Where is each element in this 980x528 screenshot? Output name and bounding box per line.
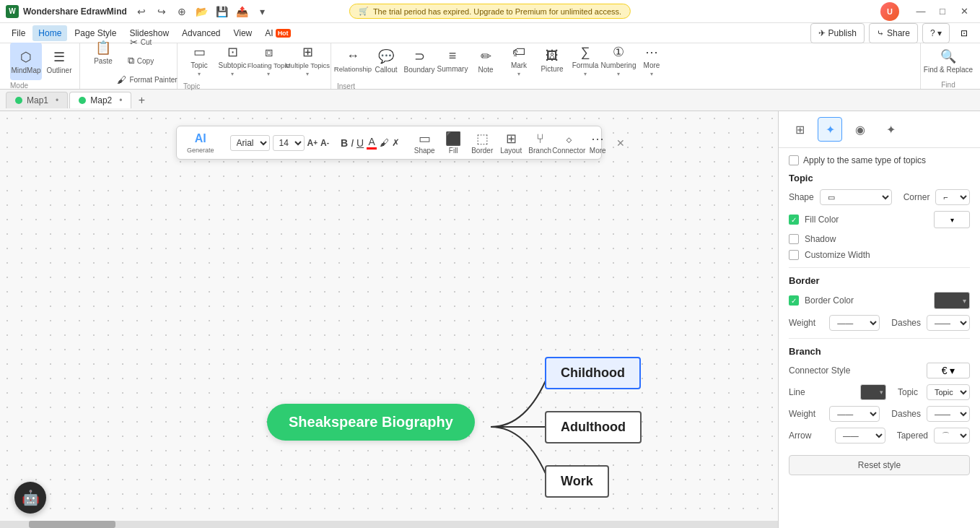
border-color-checkbox[interactable]: ✓ <box>789 295 799 306</box>
more-title-button[interactable]: ▾ <box>254 3 271 20</box>
menu-file[interactable]: File <box>6 25 31 41</box>
line-color-swatch[interactable]: ▾ <box>860 384 886 400</box>
h-scrollbar[interactable] <box>0 521 778 528</box>
map1-tab[interactable]: Map1 • <box>6 92 68 108</box>
new-button[interactable]: ⊕ <box>173 3 191 20</box>
note-button[interactable]: ✏ Note <box>470 42 502 79</box>
relationship-button[interactable]: ↔ Relationship <box>337 42 369 79</box>
layout-toggle-button[interactable]: ⊡ <box>954 23 974 43</box>
topic-button[interactable]: ▭ Topic ▾ <box>183 42 215 79</box>
panel-tab-star[interactable]: ✦ <box>878 117 903 142</box>
minimize-button[interactable]: — <box>911 4 931 20</box>
fill-tool-button[interactable]: ⬛ Fill <box>440 129 466 156</box>
corner-select[interactable]: ⌐ <box>935 189 970 205</box>
shape-tool-button[interactable]: ▭ Shape <box>411 129 437 156</box>
connector-style-icon[interactable]: € ▾ <box>927 363 970 378</box>
open-button[interactable]: 📂 <box>193 3 211 20</box>
boundary-button[interactable]: ⊃ Boundary <box>403 42 435 79</box>
arrow-select[interactable]: —— <box>835 428 885 443</box>
copy-button[interactable]: ⧉ Copy <box>122 52 159 69</box>
underline-button[interactable]: U <box>356 133 364 153</box>
ai-assistant-button[interactable]: 🤖 <box>14 482 46 514</box>
more-insert-button[interactable]: ⋯ More ▾ <box>636 42 668 79</box>
fill-color-checkbox[interactable]: ✓ <box>789 215 799 225</box>
close-button[interactable]: ✕ <box>954 4 974 20</box>
floating-topic-button[interactable]: ⧈ Floating Topic ▾ <box>250 42 287 79</box>
border-tool-button[interactable]: ⬚ Border <box>469 129 495 156</box>
user-avatar[interactable]: U <box>880 2 899 21</box>
reset-style-button[interactable]: Reset style <box>789 455 970 475</box>
weight2-select[interactable]: —— <box>829 406 880 422</box>
redo-button[interactable]: ↪ <box>153 3 170 20</box>
undo-button[interactable]: ↩ <box>133 3 150 20</box>
share-button[interactable]: ⤷ Share <box>869 23 918 43</box>
highlight-button[interactable]: 🖌 <box>380 133 389 153</box>
childhood-node[interactable]: Childhood <box>545 357 641 389</box>
fill-color-swatch[interactable]: ▾ <box>934 211 970 228</box>
adulthood-node[interactable]: Adulthood <box>545 411 642 443</box>
canvas[interactable]: AI Generate Arial 14 A+ A- B I U A 🖌 <box>0 111 778 528</box>
menu-advanced[interactable]: Advanced <box>176 25 226 41</box>
font-size-select[interactable]: 14 <box>273 135 305 151</box>
ai-generate-button[interactable]: AI Generate <box>183 131 219 155</box>
work-node[interactable]: Work <box>545 465 609 498</box>
h-scrollbar-thumb[interactable] <box>29 521 115 528</box>
fill-color-row: ✓ Fill Color ▾ <box>789 211 970 228</box>
mark-button[interactable]: 🏷 Mark ▾ <box>503 42 535 79</box>
save-button[interactable]: 💾 <box>214 3 231 20</box>
border-color-swatch[interactable]: ▾ <box>934 292 970 309</box>
layout-tool-button[interactable]: ⊞ Layout <box>498 129 524 156</box>
menu-view[interactable]: View <box>227 25 258 41</box>
connector-tool-button[interactable]: ⬦ Connector <box>556 130 582 156</box>
paste-button[interactable]: 📋 Paste <box>86 33 121 71</box>
font-select[interactable]: Arial <box>230 135 270 151</box>
dashes2-select[interactable]: —— <box>927 406 970 422</box>
menu-home[interactable]: Home <box>32 25 67 41</box>
panel-tab-ai[interactable]: ✦ <box>818 117 842 142</box>
panel-tab-pin[interactable]: ◉ <box>848 117 872 142</box>
customize-width-checkbox[interactable] <box>789 250 799 260</box>
picture-icon: 🖼 <box>546 48 559 64</box>
topic-branch-select[interactable]: Topic <box>927 384 970 400</box>
menu-ai[interactable]: AI Hot <box>259 25 296 41</box>
clear-format-button[interactable]: ✗ <box>392 133 400 153</box>
subtopic-button[interactable]: ⊡ Subtopic ▾ <box>216 42 248 79</box>
shape-select[interactable]: ▭ <box>820 189 892 205</box>
tapered-select[interactable]: ⌒ <box>934 428 970 443</box>
export-button[interactable]: 📤 <box>234 3 251 20</box>
format-painter-button[interactable]: 🖌 Format Painter <box>122 71 172 88</box>
decrease-font-button[interactable]: A- <box>320 133 329 153</box>
shadow-checkbox[interactable] <box>789 234 799 244</box>
apply-same-checkbox[interactable] <box>789 155 799 165</box>
dashes-select[interactable]: —— <box>927 315 970 331</box>
picture-button[interactable]: 🖼 Picture <box>536 42 568 79</box>
find-replace-button[interactable]: 🔍 Find & Replace <box>927 43 970 78</box>
italic-button[interactable]: I <box>351 133 354 153</box>
help-button[interactable]: ? ▾ <box>922 23 950 43</box>
cut-button[interactable]: ✂ Cut <box>122 33 159 51</box>
format-toolbar-close[interactable]: ✕ <box>616 133 625 153</box>
bold-button[interactable]: B <box>341 133 348 153</box>
summary-button[interactable]: ≡ Summary <box>437 42 468 79</box>
map1-close[interactable]: • <box>56 95 58 105</box>
add-tab-button[interactable]: + <box>133 92 150 109</box>
map2-close[interactable]: • <box>119 95 122 105</box>
multiple-topics-button[interactable]: ⊞ Multiple Topics ▾ <box>289 42 326 79</box>
font-color-button[interactable]: A <box>367 133 377 153</box>
panel-tab-style[interactable]: ⊞ <box>787 117 812 142</box>
mindmap-button[interactable]: ⬡ MindMap <box>10 43 42 80</box>
publish-button[interactable]: ✈ Publish <box>810 23 865 43</box>
formula-button[interactable]: ∑ Formula ▾ <box>569 42 601 79</box>
branch-tool-button[interactable]: ⑂ Branch <box>527 130 553 156</box>
outliner-button[interactable]: ☰ Outliner <box>43 43 75 80</box>
maximize-button[interactable]: □ <box>932 4 953 20</box>
map2-tab[interactable]: Map2 • <box>69 92 131 108</box>
clipboard-group: 📋 Paste ✂ Cut ⧉ Copy 🖌 Format Painter Cl… <box>82 43 178 89</box>
numbering-button[interactable]: ① Numbering ▾ <box>603 42 634 79</box>
center-node[interactable]: Sheakspeare Biography <box>267 404 475 441</box>
increase-font-button[interactable]: A+ <box>307 133 318 153</box>
more-tool-button[interactable]: ⋯ More <box>585 129 611 156</box>
trial-banner[interactable]: 🛒 The trial period has expired. Upgrade … <box>349 4 631 19</box>
weight-select[interactable]: —— <box>829 315 880 331</box>
callout-button[interactable]: 💬 Callout <box>370 42 402 79</box>
